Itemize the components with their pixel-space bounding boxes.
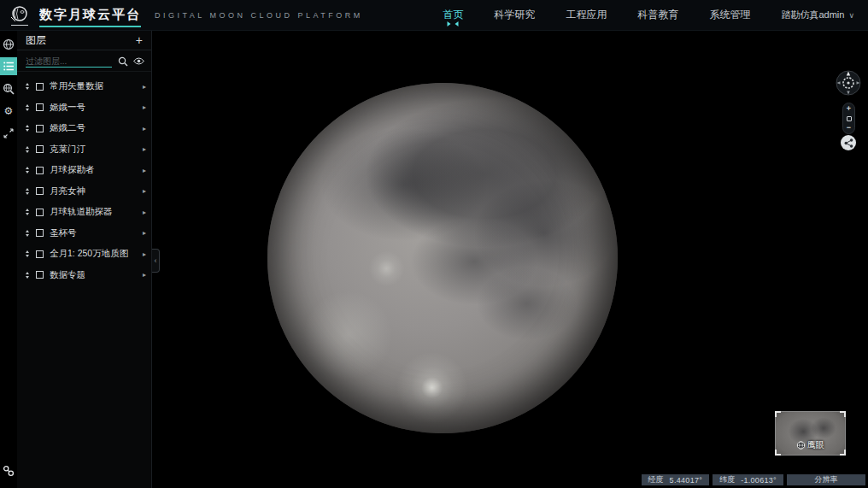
- chevron-right-icon[interactable]: ▸: [143, 250, 146, 258]
- layer-checkbox[interactable]: [36, 250, 44, 258]
- zoom-out-button[interactable]: −: [847, 124, 851, 132]
- drag-handle-icon[interactable]: [24, 209, 31, 215]
- resolution-button[interactable]: 分辨率: [787, 474, 865, 485]
- icon-rail: ⚙: [0, 31, 17, 488]
- moon-globe[interactable]: [267, 83, 618, 433]
- drag-handle-icon[interactable]: [24, 125, 31, 132]
- minimap-label: 鹰眼: [807, 439, 824, 451]
- expand-icon[interactable]: [0, 124, 17, 142]
- settings-icon[interactable]: ⚙: [0, 102, 17, 120]
- layer-row[interactable]: 月球轨道勘探器 ▸: [17, 202, 151, 223]
- layer-row[interactable]: 数据专题 ▸: [17, 265, 151, 286]
- layer-checkbox[interactable]: [36, 125, 44, 132]
- drag-handle-icon[interactable]: [24, 230, 31, 237]
- chevron-right-icon[interactable]: ▸: [143, 125, 146, 132]
- zoom-control[interactable]: + −: [842, 103, 855, 134]
- nav-item-label: 首页: [443, 9, 463, 21]
- drag-handle-icon[interactable]: [24, 146, 31, 153]
- brand: 数字月球云平台: [39, 7, 141, 23]
- user-menu[interactable]: 踏勘仿真admin ∨: [781, 9, 854, 21]
- main-nav: 首页 科学研究 工程应用 科普教育 系统管理 踏勘仿真admin ∨: [443, 8, 868, 22]
- share-button[interactable]: [841, 135, 856, 150]
- nav-item-science[interactable]: 科学研究: [494, 8, 535, 22]
- layer-row[interactable]: 月亮女神 ▸: [17, 181, 151, 203]
- search-globe-icon[interactable]: [0, 79, 17, 97]
- app: 数字月球云平台 DIGITAL MOON CLOUD PLATFORM 首页 科…: [0, 0, 868, 488]
- layer-label: 嫦娥二号: [50, 122, 143, 134]
- layers-panel-title: 图层: [26, 33, 46, 48]
- longitude-value: 5.44017°: [670, 476, 703, 485]
- layer-checkbox[interactable]: [36, 103, 44, 111]
- layers-panel-header: 图层 +: [17, 31, 151, 50]
- overview-minimap[interactable]: 鹰眼: [775, 411, 846, 456]
- layer-row[interactable]: 圣杯号 ▸: [17, 223, 151, 244]
- drag-handle-icon[interactable]: [24, 104, 31, 111]
- compass-navigation[interactable]: [836, 70, 861, 96]
- logo-underline: [11, 25, 28, 26]
- moon-logo-icon: [9, 5, 30, 24]
- page-subtitle: DIGITAL MOON CLOUD PLATFORM: [155, 11, 363, 20]
- minimap-corner-bracket: [775, 411, 781, 417]
- layers-panel: 图层 + 常用矢量数据 ▸: [17, 31, 152, 488]
- page-title: 数字月球云平台: [39, 7, 141, 21]
- layer-row[interactable]: 克莱门汀 ▸: [17, 139, 151, 161]
- drag-handle-icon[interactable]: [24, 272, 31, 279]
- chevron-right-icon[interactable]: ▸: [143, 103, 146, 111]
- layer-filter-input[interactable]: [26, 55, 112, 68]
- chevron-right-icon[interactable]: ▸: [143, 229, 146, 237]
- nav-item-system[interactable]: 系统管理: [709, 8, 750, 22]
- minimap-label-wrap: 鹰眼: [796, 439, 824, 451]
- add-layer-button[interactable]: +: [136, 34, 143, 46]
- resolution-label: 分辨率: [815, 474, 838, 485]
- globe-icon: [796, 441, 805, 450]
- layer-list: 常用矢量数据 ▸ 嫦娥一号 ▸ 嫦娥二号 ▸ 克莱门汀 ▸: [17, 72, 151, 285]
- minimap-corner-bracket: [775, 450, 781, 456]
- layer-checkbox[interactable]: [36, 187, 44, 195]
- layer-checkbox[interactable]: [36, 271, 44, 279]
- chevron-right-icon[interactable]: ▸: [143, 209, 146, 216]
- layer-label: 数据专题: [50, 269, 143, 281]
- chevron-right-icon[interactable]: ▸: [143, 271, 146, 279]
- link-icon[interactable]: [0, 462, 17, 479]
- layer-label: 克莱门汀: [50, 144, 143, 156]
- title-underline: [39, 26, 141, 27]
- zoom-reset-button[interactable]: [847, 116, 852, 121]
- layer-label: 嫦娥一号: [50, 102, 143, 114]
- top-header: 数字月球云平台 DIGITAL MOON CLOUD PLATFORM 首页 科…: [0, 0, 868, 31]
- moon-viewport[interactable]: [153, 31, 868, 488]
- layer-row[interactable]: 嫦娥二号 ▸: [17, 118, 151, 139]
- drag-handle-icon[interactable]: [24, 188, 31, 195]
- layer-label: 月亮女神: [50, 185, 143, 197]
- globe-icon[interactable]: [0, 35, 17, 53]
- layer-row[interactable]: 全月1: 250万地质图 ▸: [17, 244, 151, 265]
- chevron-right-icon[interactable]: ▸: [143, 83, 146, 91]
- drag-handle-icon[interactable]: [24, 167, 31, 173]
- drag-handle-icon[interactable]: [24, 83, 31, 90]
- share-icon: [844, 138, 853, 148]
- layer-row[interactable]: 嫦娥一号 ▸: [17, 97, 151, 119]
- layer-label: 圣杯号: [50, 227, 143, 239]
- chevron-right-icon[interactable]: ▸: [143, 187, 146, 195]
- zoom-in-button[interactable]: +: [847, 105, 851, 113]
- layer-checkbox[interactable]: [36, 209, 44, 216]
- layer-label: 常用矢量数据: [50, 80, 143, 92]
- nav-item-education[interactable]: 科普教育: [637, 8, 678, 22]
- eye-icon[interactable]: [133, 56, 144, 67]
- nav-item-engineering[interactable]: 工程应用: [566, 8, 607, 22]
- minimap-corner-bracket: [840, 411, 846, 417]
- layer-checkbox[interactable]: [36, 83, 44, 91]
- layer-checkbox[interactable]: [36, 229, 44, 237]
- layer-row[interactable]: 月球探勘者 ▸: [17, 160, 151, 181]
- chevron-right-icon[interactable]: ▸: [143, 145, 146, 153]
- longitude-readout: 经度 5.44017°: [642, 474, 710, 485]
- nav-item-home[interactable]: 首页: [443, 8, 463, 22]
- layer-row[interactable]: 常用矢量数据 ▸: [17, 76, 151, 97]
- chevron-right-icon[interactable]: ▸: [143, 167, 146, 174]
- layer-checkbox[interactable]: [36, 145, 44, 153]
- layer-checkbox[interactable]: [36, 167, 44, 174]
- search-icon[interactable]: [117, 56, 128, 67]
- layer-list-icon[interactable]: [0, 57, 17, 75]
- drag-handle-icon[interactable]: [24, 250, 31, 257]
- layer-label: 月球轨道勘探器: [50, 206, 143, 218]
- panel-collapse-handle[interactable]: ‹: [152, 249, 160, 273]
